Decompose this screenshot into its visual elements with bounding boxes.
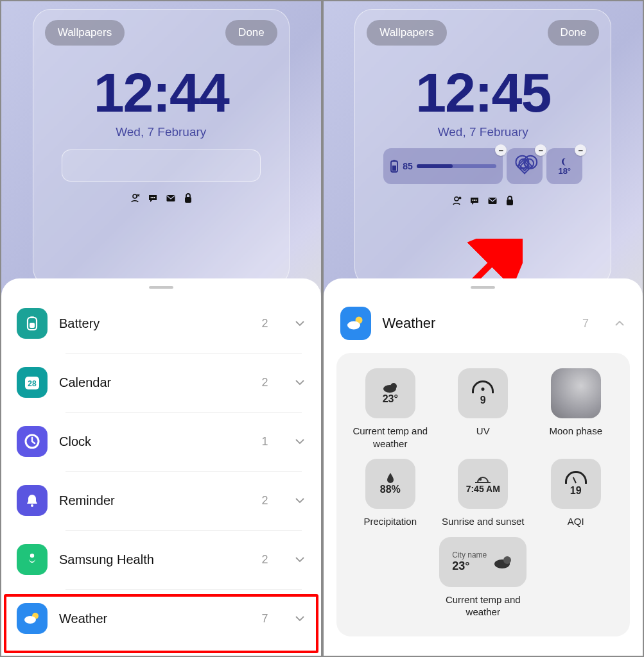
wallpapers-button[interactable]: Wallpapers: [367, 20, 446, 46]
row-label: Reminder: [59, 493, 250, 508]
phone-frame: Wallpapers Done 12:44 Wed, 7 February: [33, 9, 290, 286]
row-count: 2: [261, 317, 268, 330]
svg-rect-20: [392, 166, 396, 171]
lock-screen-widgets: 85 − − 18° −: [383, 148, 582, 184]
done-button[interactable]: Done: [548, 20, 600, 46]
svg-rect-10: [30, 323, 35, 328]
battery-icon: [17, 308, 48, 339]
empty-widget-slot[interactable]: [62, 149, 261, 182]
right-screenshot: Wallpapers Done 12:45 Wed, 7 February 85…: [322, 0, 645, 657]
clock-date[interactable]: Wed, 7 February: [45, 125, 277, 139]
notification-icons[interactable]: [45, 193, 277, 203]
row-label: Weather: [59, 611, 250, 626]
chevron-down-icon: [294, 318, 306, 329]
remove-widget-button[interactable]: −: [495, 144, 507, 156]
weather-widgets-sheet: Weather 7 23° Current temp and weather: [324, 278, 643, 656]
sheet-title: Weather: [383, 315, 571, 332]
lock-screen-preview: Wallpapers Done 12:45 Wed, 7 February 85…: [324, 1, 643, 286]
lock-icon: [505, 196, 514, 206]
app-row-battery[interactable]: Battery 2: [1, 294, 321, 353]
left-screenshot: Wallpapers Done 12:44 Wed, 7 February: [0, 0, 322, 657]
sheet-count: 7: [582, 317, 589, 330]
clock-date[interactable]: Wed, 7 February: [367, 125, 599, 139]
cloud-icon: [493, 554, 514, 570]
sheet-grabber[interactable]: [471, 286, 495, 289]
chevron-down-icon: [294, 495, 306, 506]
battery-bar: [417, 164, 496, 168]
widget-sunrise-sunset[interactable]: 7:45 AM Sunrise and sunset: [439, 459, 527, 528]
messages-icon: [469, 196, 480, 206]
remove-widget-button[interactable]: −: [575, 144, 586, 156]
lock-icon: [184, 193, 193, 203]
svg-point-4: [152, 197, 153, 198]
done-button[interactable]: Done: [225, 20, 277, 46]
row-count: 2: [261, 494, 268, 508]
row-label: Clock: [59, 434, 250, 449]
chevron-down-icon: [294, 436, 306, 447]
app-row-samsung-health[interactable]: Samsung Health 2: [1, 530, 321, 589]
svg-point-15: [30, 554, 34, 558]
chevron-down-icon: [294, 613, 306, 624]
weather-icon: [340, 307, 371, 340]
heart-rate-widget[interactable]: −: [507, 148, 543, 184]
svg-point-0: [133, 194, 137, 198]
svg-point-36: [503, 556, 511, 564]
clock-icon: [17, 426, 48, 457]
health-icon: [17, 544, 48, 575]
messages-icon: [148, 193, 158, 203]
svg-rect-19: [393, 160, 396, 161]
chevron-down-icon: [294, 377, 306, 388]
app-row-calendar[interactable]: 28 Calendar 2: [1, 353, 321, 412]
svg-point-34: [479, 478, 482, 481]
phone-frame: Wallpapers Done 12:45 Wed, 7 February 85…: [354, 9, 611, 286]
battery-value: 85: [403, 161, 413, 171]
row-label: Battery: [59, 316, 250, 331]
svg-point-33: [390, 383, 397, 389]
svg-point-5: [153, 197, 155, 198]
moon-icon: [559, 157, 570, 166]
sunrise-icon: [474, 474, 492, 484]
svg-rect-28: [507, 200, 513, 205]
battery-widget[interactable]: 85 −: [383, 148, 503, 184]
chevron-down-icon: [294, 554, 306, 565]
lock-screen-preview: Wallpapers Done 12:44 Wed, 7 February: [1, 1, 321, 286]
app-row-weather[interactable]: Weather 7: [1, 589, 321, 648]
app-row-reminder[interactable]: Reminder 2: [1, 471, 321, 530]
svg-rect-7: [185, 197, 191, 203]
weather-widget[interactable]: 18° −: [546, 148, 582, 184]
clock-time[interactable]: 12:44: [45, 65, 277, 120]
row-label: Calendar: [59, 375, 250, 390]
widget-aqi[interactable]: 19 AQI: [532, 459, 620, 528]
reminder-icon: [17, 485, 48, 516]
widget-precipitation[interactable]: 88% Precipitation: [346, 459, 435, 528]
cloud-icon: [382, 382, 399, 393]
widget-picker-sheet: Battery 2 28 Calendar 2 Clock 1: [1, 278, 321, 656]
svg-point-21: [455, 197, 458, 201]
svg-point-26: [476, 200, 477, 201]
widget-current-temp-large[interactable]: City name 23° Current temp and weather: [428, 537, 537, 619]
mail-icon: [166, 193, 176, 203]
mail-icon: [487, 196, 498, 206]
widget-moon-phase[interactable]: Moon phase: [532, 368, 620, 450]
missed-call-icon: [130, 193, 140, 203]
clock-time[interactable]: 12:45: [367, 65, 599, 120]
row-count: 1: [261, 435, 268, 448]
widget-uv[interactable]: 9 UV: [439, 368, 527, 450]
battery-icon: [390, 159, 399, 173]
gauge-icon: [565, 471, 587, 484]
wallpapers-button[interactable]: Wallpapers: [45, 20, 125, 46]
sheet-header[interactable]: Weather 7: [324, 294, 643, 348]
widget-grid: 23° Current temp and weather 9 UV Moon p…: [336, 353, 631, 636]
chevron-up-icon: [613, 317, 626, 330]
svg-point-24: [473, 200, 474, 201]
notification-icons[interactable]: [367, 196, 599, 206]
widget-current-temp[interactable]: 23° Current temp and weather: [346, 368, 435, 450]
app-row-clock[interactable]: Clock 1: [1, 412, 321, 471]
sheet-grabber[interactable]: [149, 286, 173, 289]
missed-call-icon: [451, 196, 462, 206]
calendar-icon: 28: [17, 367, 48, 398]
remove-widget-button[interactable]: −: [535, 144, 546, 156]
svg-text:28: 28: [28, 379, 37, 388]
row-count: 2: [261, 553, 268, 567]
weather-icon: [17, 603, 48, 634]
